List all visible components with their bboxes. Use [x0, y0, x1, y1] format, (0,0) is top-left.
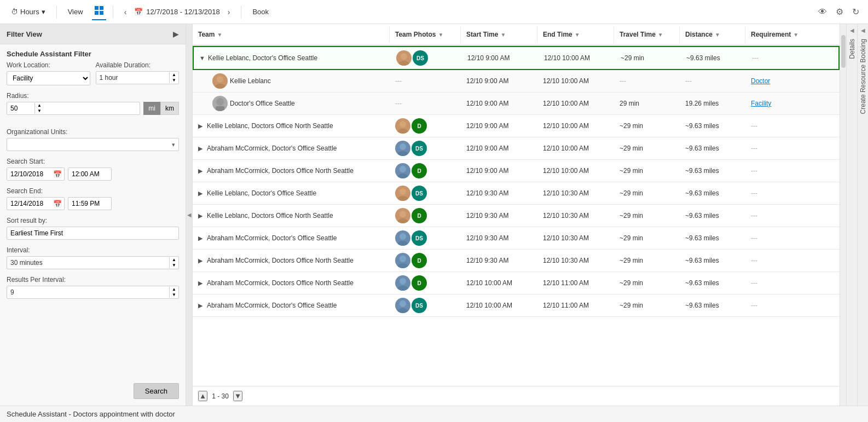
work-location-label: Work Location:	[7, 61, 90, 69]
page-down-btn[interactable]: ▼	[233, 391, 242, 401]
page-up-btn[interactable]: ▲	[198, 391, 207, 401]
cell-photos-8: D	[390, 250, 461, 271]
unit-km-btn[interactable]: km	[160, 102, 179, 115]
create-booking-panel[interactable]: ◀ Create Resource Booking	[857, 24, 868, 406]
col-header-requirement[interactable]: Requirement ▼	[745, 26, 811, 43]
refresh-btn[interactable]: ↻	[850, 4, 861, 19]
team-name-7: Abraham McCormick, Doctor's Office Seatt…	[207, 234, 337, 242]
expand-arrow-2[interactable]: ▶	[198, 123, 205, 130]
book-btn[interactable]: Book	[248, 5, 273, 18]
org-units-select[interactable]	[7, 138, 172, 151]
table-row[interactable]: ▶ Abraham McCormick, Doctors Office Nort…	[193, 160, 840, 182]
panel-resize-handle[interactable]: ◀	[186, 24, 193, 406]
interval-up-btn[interactable]: ▲	[170, 257, 178, 263]
table-row[interactable]: ▶ Abraham McCormick, Doctors Office Nort…	[193, 250, 840, 272]
duration-down-btn[interactable]: ▼	[170, 78, 178, 83]
radius-input[interactable]	[7, 102, 34, 114]
search-start-cal-btn[interactable]: 📅	[51, 169, 64, 180]
expand-arrow-4[interactable]: ▶	[198, 167, 205, 175]
radius-down-btn[interactable]: ▼	[35, 108, 44, 114]
search-end-date-input[interactable]	[7, 198, 51, 210]
toolbar-right: 👁 ⚙ ↻	[816, 4, 861, 19]
col-header-start[interactable]: Start Time ▼	[461, 26, 537, 43]
cell-requirement-9: ---	[745, 276, 811, 290]
interval-down-btn[interactable]: ▼	[170, 263, 178, 268]
unit-mi-btn[interactable]: mi	[143, 102, 160, 115]
panel-header: Filter View ▶	[0, 24, 186, 44]
search-end-time-select[interactable]: 11:59 PM	[68, 197, 112, 210]
cell-team-5: ▶ Kellie Leblanc, Doctor's Office Seattl…	[193, 186, 390, 200]
panel-collapse-btn[interactable]: ▶	[173, 30, 179, 38]
search-end-cal-btn[interactable]: 📅	[51, 199, 64, 209]
table-row[interactable]: ▶ Kellie Leblanc, Doctor's Office Seattl…	[193, 182, 840, 205]
expand-arrow-9[interactable]: ▶	[198, 280, 205, 287]
avatar-9b: D	[412, 275, 427, 291]
expand-arrow-6[interactable]: ▶	[198, 212, 205, 219]
table-row[interactable]: Doctor's Office Seattle --- 12/10 9:00 A…	[193, 93, 840, 115]
col-header-travel[interactable]: Travel Time ▼	[614, 26, 680, 43]
hours-dropdown-arrow: ▾	[42, 8, 45, 16]
search-start-date-input[interactable]	[7, 168, 51, 180]
details-side-panel[interactable]: ◀ Details	[846, 24, 857, 406]
work-location-select[interactable]: Facility	[7, 71, 90, 85]
col-team-label: Team	[198, 31, 215, 38]
hours-btn[interactable]: ⏱ Hours ▾	[7, 5, 50, 18]
avatar-wrap-6: D	[395, 208, 427, 223]
table-row[interactable]: ▶ Kellie Leblanc, Doctors Office North S…	[193, 205, 840, 227]
results-up-btn[interactable]: ▲	[170, 287, 178, 292]
cell-photos-3: DS	[390, 137, 461, 159]
doctor-link[interactable]: Doctor	[751, 77, 770, 85]
search-start-datetime: 📅 12:00 AM	[7, 167, 179, 181]
svg-point-5	[398, 61, 409, 66]
prev-date-btn[interactable]: ‹	[120, 5, 131, 19]
results-down-btn[interactable]: ▼	[170, 292, 178, 298]
radius-spinner: ▲ ▼	[34, 103, 44, 114]
cell-photos-2: D	[390, 115, 461, 137]
col-header-team[interactable]: Team ▼	[193, 26, 390, 43]
results-value: 9	[7, 286, 169, 298]
expand-arrow-10[interactable]: ▶	[198, 302, 205, 309]
cell-requirement-6: ---	[745, 209, 811, 223]
expand-arrow-1[interactable]: ▼	[199, 55, 206, 61]
grid-container: Team ▼ Team Photos ▼ Start Time ▼ End	[193, 24, 846, 406]
col-requirement-label: Requirement	[751, 31, 791, 38]
settings-btn[interactable]: ⚙	[834, 4, 846, 19]
avatar-wrap-5: DS	[395, 186, 427, 201]
sort-select[interactable]: Earliest Time First	[7, 227, 179, 240]
radius-up-btn[interactable]: ▲	[35, 103, 44, 108]
grid-view-btn[interactable]	[92, 3, 106, 20]
visibility-btn[interactable]: 👁	[816, 5, 829, 19]
col-header-photos[interactable]: Team Photos ▼	[390, 26, 461, 43]
date-nav: ‹ 📅 12/7/2018 - 12/13/2018 ›	[120, 5, 235, 19]
table-row[interactable]: ▶ Kellie Leblanc, Doctors Office North S…	[193, 115, 840, 137]
search-start-time-select[interactable]: 12:00 AM	[68, 167, 112, 181]
facility-link[interactable]: Facility	[751, 100, 771, 107]
svg-point-10	[400, 121, 406, 128]
expand-arrow-3[interactable]: ▶	[198, 145, 205, 152]
table-row[interactable]: Kellie Leblanc --- 12/10 9:00 AM 12/10 1…	[193, 70, 840, 93]
cell-start-3: 12/10 9:00 AM	[461, 141, 537, 155]
table-row[interactable]: ▼ Kellie Leblanc, Doctor's Office Seattl…	[193, 46, 840, 70]
cell-team-9: ▶ Abraham McCormick, Doctors Office Nort…	[193, 276, 390, 290]
cell-requirement-sub-1b: Facility	[745, 96, 811, 111]
next-date-btn[interactable]: ›	[223, 5, 235, 19]
avatar-5b: DS	[412, 186, 427, 201]
vertical-scrollbar[interactable]	[840, 24, 846, 406]
table-row[interactable]: ▶ Abraham McCormick, Doctor's Office Sea…	[193, 294, 840, 317]
duration-up-btn[interactable]: ▲	[170, 72, 178, 78]
expand-arrow-5[interactable]: ▶	[198, 190, 205, 197]
cell-start-2: 12/10 9:00 AM	[461, 119, 537, 133]
svg-point-17	[397, 196, 408, 201]
table-row[interactable]: ▶ Abraham McCormick, Doctor's Office Sea…	[193, 137, 840, 160]
expand-arrow-7[interactable]: ▶	[198, 235, 205, 242]
table-row[interactable]: ▶ Abraham McCormick, Doctor's Office Sea…	[193, 227, 840, 250]
expand-arrow-8[interactable]: ▶	[198, 257, 205, 264]
search-button[interactable]: Search	[134, 383, 179, 399]
col-header-distance[interactable]: Distance ▼	[680, 26, 745, 43]
table-row[interactable]: ▶ Abraham McCormick, Doctors Office Nort…	[193, 272, 840, 294]
status-bar: Schedule Assistant - Doctors appointment…	[0, 406, 868, 422]
svg-point-27	[397, 308, 408, 313]
cell-travel-10: ~29 min	[614, 298, 680, 313]
col-header-end[interactable]: End Time ▼	[537, 26, 614, 43]
avatar-4a	[395, 163, 410, 178]
